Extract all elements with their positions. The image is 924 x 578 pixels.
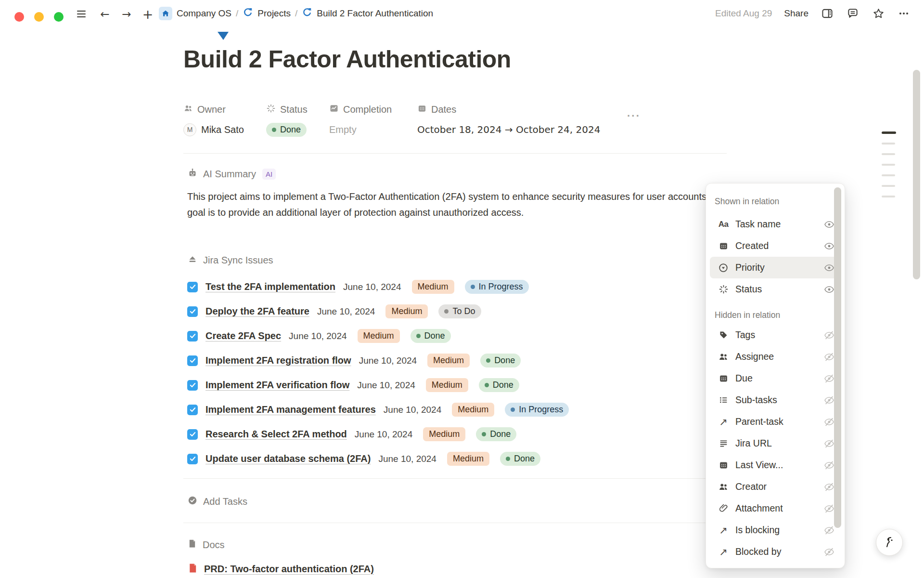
task-priority-badge[interactable]: Medium bbox=[358, 329, 400, 343]
task-checkbox[interactable] bbox=[187, 282, 198, 292]
eye-off-icon[interactable] bbox=[823, 329, 835, 341]
relation-property-row[interactable]: Attachment bbox=[710, 498, 841, 519]
eye-off-icon[interactable] bbox=[823, 438, 835, 449]
home-icon[interactable] bbox=[159, 7, 172, 20]
doc-link-row[interactable]: PRD: Two-factor authentication (2FA) bbox=[187, 560, 374, 578]
eye-off-icon[interactable] bbox=[823, 351, 835, 363]
properties-more-icon[interactable]: ··· bbox=[627, 110, 641, 122]
task-status-badge[interactable]: Done bbox=[479, 378, 519, 392]
close-window-button[interactable] bbox=[14, 12, 24, 22]
relation-property-row[interactable]: Priority bbox=[710, 257, 841, 278]
owner-value[interactable]: MMika Sato bbox=[183, 123, 244, 136]
breadcrumb-root[interactable]: Company OS bbox=[177, 8, 231, 19]
minimize-window-button[interactable] bbox=[34, 12, 44, 22]
eye-off-icon[interactable] bbox=[823, 373, 835, 384]
task-status-badge[interactable]: In Progress bbox=[465, 280, 529, 294]
task-checkbox[interactable] bbox=[187, 306, 198, 317]
eye-icon[interactable] bbox=[823, 284, 835, 295]
task-status-badge[interactable]: To Do bbox=[438, 304, 481, 318]
task-title-link[interactable]: Implement 2FA verification flow bbox=[205, 380, 349, 391]
relation-property-row[interactable]: ↗ Is blocking bbox=[710, 519, 841, 541]
eye-icon[interactable] bbox=[823, 219, 835, 230]
menu-icon[interactable] bbox=[74, 7, 89, 21]
task-title-link[interactable]: Deploy the 2FA feature bbox=[205, 306, 309, 317]
task-row[interactable]: Implement 2FA verification flow June 10,… bbox=[187, 373, 731, 397]
task-row[interactable]: Test the 2FA implementation June 10, 202… bbox=[187, 275, 731, 299]
task-row[interactable]: Deploy the 2FA feature June 10, 2024 Med… bbox=[187, 299, 731, 324]
task-status-badge[interactable]: Done bbox=[411, 329, 451, 343]
relation-property-row[interactable]: Creator bbox=[710, 476, 841, 498]
task-checkbox[interactable] bbox=[187, 454, 198, 464]
eye-off-icon[interactable] bbox=[823, 503, 835, 514]
task-title-link[interactable]: Implement 2FA registration flow bbox=[205, 355, 351, 366]
back-icon[interactable]: ← bbox=[98, 7, 112, 21]
relation-property-row[interactable]: Created bbox=[710, 235, 841, 257]
popup-scrollbar[interactable] bbox=[834, 187, 841, 528]
relation-property-row[interactable]: Sub-tasks bbox=[710, 389, 841, 411]
comments-icon[interactable] bbox=[846, 7, 860, 20]
completion-label[interactable]: Completion bbox=[343, 104, 392, 115]
dates-label[interactable]: Dates bbox=[431, 104, 456, 115]
favorite-star-icon[interactable] bbox=[872, 7, 885, 20]
task-title-link[interactable]: Create 2FA Spec bbox=[205, 330, 281, 342]
eye-off-icon[interactable] bbox=[823, 394, 835, 406]
breadcrumb-projects[interactable]: Projects bbox=[257, 8, 291, 19]
task-title-link[interactable]: Test the 2FA implementation bbox=[205, 281, 335, 292]
task-priority-badge[interactable]: Medium bbox=[423, 427, 465, 441]
add-tasks-heading[interactable]: Add Tasks bbox=[187, 495, 247, 508]
task-checkbox[interactable] bbox=[187, 380, 198, 391]
eye-off-icon[interactable] bbox=[823, 546, 835, 558]
task-title-link[interactable]: Implement 2FA management features bbox=[205, 404, 376, 415]
status-badge[interactable]: Done bbox=[266, 123, 307, 137]
page-scrollbar[interactable] bbox=[913, 70, 920, 279]
status-label[interactable]: Status bbox=[280, 104, 308, 115]
relation-property-row[interactable]: Jira URL bbox=[710, 433, 841, 454]
eye-off-icon[interactable] bbox=[823, 525, 835, 536]
dates-value[interactable]: October 18, 2024 → October 24, 2024 bbox=[417, 124, 600, 135]
relation-property-row[interactable]: ↗ Blocked by bbox=[710, 541, 841, 563]
relation-property-row[interactable]: Tags bbox=[710, 324, 841, 346]
relation-property-row[interactable]: Last View... bbox=[710, 454, 841, 476]
forward-icon[interactable]: → bbox=[119, 7, 134, 21]
relation-property-row[interactable]: Due bbox=[710, 368, 841, 389]
breadcrumb-current-page[interactable]: Build 2 Factor Authentication bbox=[317, 8, 433, 19]
prd-doc-link[interactable]: PRD: Two-factor authentication (2FA) bbox=[204, 564, 374, 575]
task-row[interactable]: Implement 2FA management features June 1… bbox=[187, 397, 731, 422]
task-checkbox[interactable] bbox=[187, 429, 198, 440]
task-row[interactable]: Update user database schema (2FA) June 1… bbox=[187, 447, 731, 471]
relation-property-row-clipped[interactable] bbox=[710, 563, 841, 568]
eye-off-icon[interactable] bbox=[823, 481, 835, 493]
relation-property-row[interactable]: Aa Task name bbox=[710, 213, 841, 235]
relation-property-row[interactable]: Status bbox=[710, 278, 841, 300]
notion-ai-button[interactable] bbox=[876, 529, 903, 556]
task-priority-badge[interactable]: Medium bbox=[447, 452, 489, 466]
ai-summary-text[interactable]: This project aims to implement a Two-Fac… bbox=[187, 189, 729, 221]
task-priority-badge[interactable]: Medium bbox=[427, 354, 470, 368]
eye-icon[interactable] bbox=[823, 240, 835, 252]
page-title[interactable]: Build 2 Factor Authentication bbox=[183, 45, 511, 73]
task-priority-badge[interactable]: Medium bbox=[385, 304, 428, 318]
task-priority-badge[interactable]: Medium bbox=[426, 378, 468, 392]
task-title-link[interactable]: Update user database schema (2FA) bbox=[205, 453, 371, 464]
completion-value[interactable]: Empty bbox=[329, 124, 357, 135]
new-tab-icon[interactable]: + bbox=[141, 7, 155, 21]
relation-property-row[interactable]: ↗ Parent-task bbox=[710, 411, 841, 433]
task-row[interactable]: Research & Select 2FA method June 10, 20… bbox=[187, 422, 731, 447]
eye-icon[interactable] bbox=[823, 262, 835, 274]
share-button[interactable]: Share bbox=[784, 8, 808, 19]
task-priority-badge[interactable]: Medium bbox=[452, 403, 494, 417]
more-options-icon[interactable] bbox=[897, 7, 911, 20]
task-checkbox[interactable] bbox=[187, 331, 198, 342]
eye-off-icon[interactable] bbox=[823, 460, 835, 471]
task-status-badge[interactable]: In Progress bbox=[505, 403, 569, 417]
zoom-window-button[interactable] bbox=[54, 12, 64, 22]
owner-label[interactable]: Owner bbox=[197, 104, 226, 115]
relation-property-row[interactable]: Assignee bbox=[710, 346, 841, 368]
task-checkbox[interactable] bbox=[187, 405, 198, 415]
task-status-badge[interactable]: Done bbox=[480, 354, 521, 368]
task-row[interactable]: Implement 2FA registration flow June 10,… bbox=[187, 348, 731, 373]
task-priority-badge[interactable]: Medium bbox=[412, 280, 454, 294]
task-status-badge[interactable]: Done bbox=[500, 452, 540, 466]
eye-off-icon[interactable] bbox=[823, 416, 835, 428]
task-status-badge[interactable]: Done bbox=[476, 427, 516, 441]
